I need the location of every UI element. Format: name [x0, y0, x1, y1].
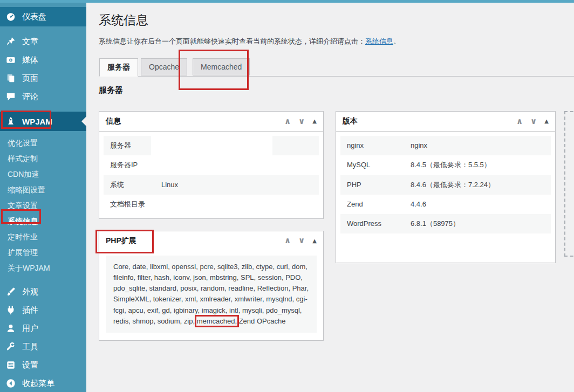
sidebar-item-media[interactable]: 媒体	[0, 51, 86, 69]
sidebar-item-label: 页面	[22, 73, 38, 84]
submenu-item-post-settings[interactable]: 文章设置	[0, 198, 86, 214]
sidebar-item-label: 评论	[22, 92, 38, 102]
row-value	[161, 200, 312, 209]
system-info-link[interactable]: 系统信息	[365, 37, 393, 45]
sidebar-item-plugins[interactable]: 插件	[0, 301, 86, 319]
submenu-item-thumbnail[interactable]: 缩略图设置	[0, 182, 86, 198]
move-down-icon[interactable]: ∨	[298, 118, 305, 126]
row-value: Linux	[161, 180, 312, 190]
collapse-menu-icon	[5, 378, 16, 389]
submenu-label: 样式定制	[8, 154, 38, 164]
version-panel-body: nginx nginx MySQL 8.4.5（最低要求：5.5.5） PHP …	[336, 132, 555, 263]
row-label: nginx	[347, 141, 411, 150]
description-period: 。	[393, 37, 400, 45]
row-value: 6.8.1（58975）	[411, 219, 544, 229]
row-value	[161, 160, 312, 170]
extensions-text: Zend OPcache	[237, 317, 285, 325]
collapse-panel-icon[interactable]: ▲	[312, 238, 317, 244]
submenu-label: 优化设置	[8, 139, 38, 148]
table-row: 系统 Linux	[104, 175, 319, 195]
wpjam-icon	[5, 116, 16, 127]
media-icon	[5, 54, 16, 65]
submenu-item-cron[interactable]: 定时作业	[0, 229, 86, 245]
admin-sidebar: 仪表盘 文章 媒体 页面 评论	[0, 3, 86, 392]
sidebar-item-collapse-menu[interactable]: 收起菜单	[0, 374, 86, 392]
dashboard-icon	[5, 11, 16, 22]
row-value: 8.4.6（最低要求：7.2.24）	[411, 180, 544, 190]
table-row: 服务器	[104, 136, 319, 155]
table-row: Zend 4.4.6	[340, 195, 551, 214]
submenu-label: CDN加速	[8, 170, 39, 180]
move-down-icon[interactable]: ∨	[298, 237, 305, 245]
sidebar-item-label: 仪表盘	[22, 12, 46, 22]
submenu-item-style[interactable]: 样式定制	[0, 151, 86, 167]
collapse-panel-icon[interactable]: ▲	[544, 119, 549, 124]
php-extensions-panel: PHP扩展 ∧ ∨ ▲ Core, date, libxml, openssl,…	[99, 231, 324, 341]
panel-title: 版本	[343, 116, 358, 126]
memcached-extension-highlight: memcached,	[197, 317, 237, 325]
wpjam-submenu: 优化设置 样式定制 CDN加速 缩略图设置 文章设置 系统信息 定时作业 扩展管…	[0, 131, 86, 280]
row-label: 文档根目录	[110, 200, 161, 209]
wordpress-admin-page: 仪表盘 文章 媒体 页面 评论	[0, 0, 574, 392]
row-label: MySQL	[347, 160, 411, 170]
table-row: MySQL 8.4.5（最低要求：5.5.5）	[340, 155, 551, 175]
description-text: 系统信息让你在后台一个页面就能够快速实时查看当前的系统状态，详细介绍请点击：	[99, 37, 365, 45]
move-up-icon[interactable]: ∧	[284, 237, 291, 245]
sidebar-bottom-group: 外观 插件 用户 工具	[0, 283, 86, 392]
submenu-item-optimize[interactable]: 优化设置	[0, 135, 86, 151]
version-panel-header[interactable]: 版本 ∧ ∨ ▲	[336, 112, 555, 132]
info-panel-header[interactable]: 信息 ∧ ∨ ▲	[99, 112, 323, 132]
sidebar-item-label: 工具	[22, 342, 38, 352]
sidebar-item-appearance[interactable]: 外观	[0, 283, 86, 301]
tab-server[interactable]: 服务器	[99, 58, 138, 77]
submenu-label: 系统信息	[8, 217, 38, 226]
row-value: 4.4.6	[411, 200, 544, 209]
panel-title: PHP扩展	[106, 236, 136, 246]
panel-empty-space	[340, 233, 551, 258]
row-value: nginx	[411, 141, 544, 150]
sidebar-item-wpjam[interactable]: WPJAM	[0, 112, 86, 131]
tab-opcache[interactable]: Opcache	[141, 58, 187, 75]
sidebar-item-dashboard[interactable]: 仪表盘	[0, 7, 86, 26]
submenu-label: 关于WPJAM	[8, 264, 50, 273]
page-title: 系统信息	[99, 12, 574, 29]
move-down-icon[interactable]: ∨	[530, 118, 537, 126]
row-value: 8.4.5（最低要求：5.5.5）	[411, 160, 544, 170]
appearance-icon	[5, 286, 16, 297]
submenu-item-cdn[interactable]: CDN加速	[0, 167, 86, 182]
panel-controls: ∧ ∨ ▲	[516, 118, 549, 126]
submenu-item-extensions[interactable]: 扩展管理	[0, 245, 86, 260]
table-row: 服务器IP	[104, 155, 319, 175]
tab-memcached[interactable]: Memcached	[193, 58, 250, 75]
sidebar-item-label: 收起菜单	[22, 379, 54, 389]
submenu-item-about[interactable]: 关于WPJAM	[0, 260, 86, 276]
panel-controls: ∧ ∨ ▲	[284, 118, 317, 126]
move-up-icon[interactable]: ∧	[516, 118, 523, 126]
main-content: 系统信息 系统信息让你在后台一个页面就能够快速实时查看当前的系统状态，详细介绍请…	[86, 3, 574, 392]
sidebar-item-comments[interactable]: 评论	[0, 87, 86, 106]
redacted-value	[151, 136, 272, 155]
table-row: nginx nginx	[340, 136, 551, 155]
sidebar-item-users[interactable]: 用户	[0, 319, 86, 338]
move-up-icon[interactable]: ∧	[284, 118, 291, 126]
current-menu-arrow	[77, 116, 86, 126]
page-description: 系统信息让你在后台一个页面就能够快速实时查看当前的系统状态，详细介绍请点击：系统…	[99, 36, 574, 47]
sidebar-item-pages[interactable]: 页面	[0, 69, 86, 87]
sidebar-item-posts[interactable]: 文章	[0, 32, 86, 51]
info-panel: 信息 ∧ ∨ ▲ 服务器	[99, 111, 324, 219]
comments-icon	[5, 91, 16, 102]
sidebar-item-settings[interactable]: 设置	[0, 356, 86, 374]
submenu-label: 定时作业	[8, 232, 38, 242]
tab-bar: 服务器OpcacheMemcached	[99, 58, 574, 77]
sidebar-item-tools[interactable]: 工具	[0, 338, 86, 356]
php-extensions-panel-header[interactable]: PHP扩展 ∧ ∨ ▲	[99, 231, 323, 249]
table-row: PHP 8.4.6（最低要求：7.2.24）	[340, 175, 551, 195]
sidebar-item-label: 外观	[22, 287, 38, 297]
submenu-item-system-info[interactable]: 系统信息	[0, 214, 86, 229]
submenu-label: 文章设置	[8, 201, 38, 211]
metabox-drop-placeholder	[564, 111, 574, 257]
collapse-panel-icon[interactable]: ▲	[312, 119, 317, 124]
sidebar-item-label: 文章	[22, 37, 38, 47]
section-heading-server: 服务器	[99, 85, 574, 95]
row-label: 服务器IP	[110, 160, 161, 170]
